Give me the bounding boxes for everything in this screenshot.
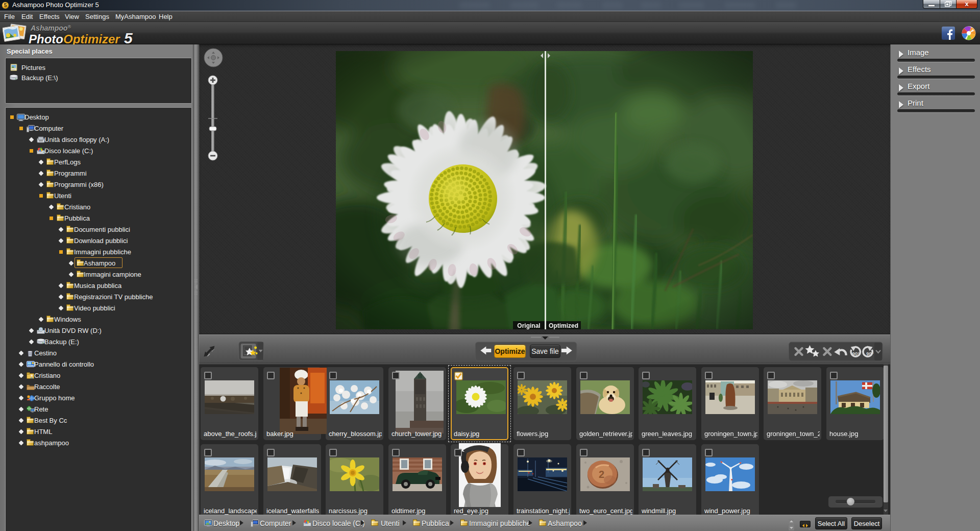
- svg-text:Original: Original: [517, 322, 540, 329]
- svg-text:90°: 90°: [852, 351, 860, 356]
- svg-text:90°: 90°: [866, 351, 874, 356]
- svg-text:2: 2: [599, 469, 604, 480]
- svg-text:Optimized: Optimized: [549, 322, 578, 329]
